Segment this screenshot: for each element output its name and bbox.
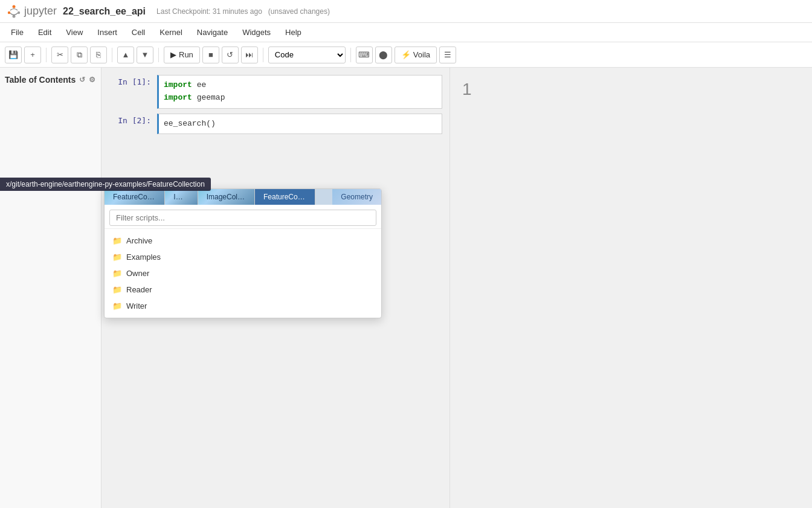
cut-button[interactable]: ✂ bbox=[51, 47, 68, 63]
toc-settings-icon[interactable]: ⚙ bbox=[89, 76, 95, 84]
checkpoint-info: Last Checkpoint: 31 minutes ago (unsaved… bbox=[156, 7, 330, 16]
cell-1-prompt: In [1]: bbox=[109, 75, 157, 109]
circle-button[interactable]: ⬤ bbox=[375, 47, 392, 63]
keyword-import-1: import bbox=[164, 80, 192, 89]
run-label: Run bbox=[179, 50, 193, 59]
item-label-examples: Examples bbox=[126, 252, 161, 262]
script-tab-empty[interactable] bbox=[315, 189, 332, 205]
paste-button[interactable]: ⎘ bbox=[90, 47, 107, 63]
script-tab-geometry[interactable]: Geometry bbox=[332, 189, 381, 205]
folder-icon-reader: 📁 bbox=[113, 286, 121, 294]
list-item-writer[interactable]: 📁 Writer bbox=[105, 298, 381, 314]
run-icon: ▶ bbox=[170, 50, 176, 59]
voila-icon: ⚡ bbox=[401, 50, 411, 59]
copy-button[interactable]: ⧉ bbox=[71, 47, 88, 63]
menu-bar: File Edit View Insert Cell Kernel Naviga… bbox=[0, 23, 812, 42]
item-label-owner: Owner bbox=[126, 269, 149, 278]
script-tabs: FeatureCollection Image ImageCollection … bbox=[105, 189, 381, 205]
item-label-writer: Writer bbox=[126, 301, 147, 310]
cell-2-prompt: In [2]: bbox=[109, 114, 157, 135]
script-browser: FeatureCollection Image ImageCollection … bbox=[104, 188, 382, 318]
top-bar: jupyter 22_search_ee_api Last Checkpoint… bbox=[0, 0, 812, 23]
item-label-reader: Reader bbox=[126, 285, 152, 294]
jupyter-wordmark: jupyter bbox=[24, 5, 57, 18]
cell-2-content[interactable]: ee_search() bbox=[157, 114, 442, 135]
folder-icon-archive: 📁 bbox=[113, 237, 121, 245]
keyboard-shortcut-button[interactable]: ⌨ bbox=[356, 47, 373, 63]
right-panel-number: 1 bbox=[450, 68, 812, 111]
main-layout: Table of Contents ↺ ⚙ In [1]: import ee … bbox=[0, 68, 812, 508]
toolbar-separator-3 bbox=[158, 48, 159, 62]
toolbar-separator-5 bbox=[350, 48, 351, 62]
svg-point-1 bbox=[13, 14, 16, 18]
menu-file[interactable]: File bbox=[5, 25, 30, 39]
cell-type-select[interactable]: Code Markdown Raw NBConvert Heading bbox=[268, 47, 346, 63]
svg-point-3 bbox=[18, 11, 20, 13]
svg-point-2 bbox=[8, 11, 10, 13]
script-list: 📁 Archive 📁 Examples 📁 Owner 📁 Reader 📁 … bbox=[105, 229, 381, 318]
save-button[interactable]: 💾 bbox=[5, 47, 22, 63]
run-button[interactable]: ▶ Run bbox=[164, 47, 200, 63]
list-item-archive[interactable]: 📁 Archive bbox=[105, 233, 381, 249]
sidebar-resize-handle[interactable] bbox=[97, 68, 100, 508]
restart-button[interactable]: ↺ bbox=[222, 47, 239, 63]
list-item-owner[interactable]: 📁 Owner bbox=[105, 265, 381, 281]
svg-point-0 bbox=[13, 5, 16, 8]
script-tab-featurecollection-1[interactable]: FeatureCollection bbox=[105, 189, 165, 205]
keyword-import-2: import bbox=[164, 93, 192, 102]
script-tab-featurecollection-2[interactable]: FeatureCollection bbox=[255, 189, 315, 205]
sidebar: Table of Contents ↺ ⚙ bbox=[0, 68, 102, 508]
script-tab-image[interactable]: Image bbox=[165, 189, 198, 205]
cell-2: In [2]: ee_search() bbox=[102, 114, 450, 135]
right-panel: 1 bbox=[450, 68, 812, 508]
notebook-name[interactable]: 22_search_ee_api bbox=[63, 6, 146, 17]
move-up-button[interactable]: ▲ bbox=[117, 47, 134, 63]
toolbar: 💾 + ✂ ⧉ ⎘ ▲ ▼ ▶ Run ■ ↺ ⏭ Code Markdown … bbox=[0, 42, 812, 68]
menu-help[interactable]: Help bbox=[279, 25, 308, 39]
filter-input[interactable] bbox=[109, 210, 376, 226]
move-down-button[interactable]: ▼ bbox=[137, 47, 153, 63]
menu-widgets[interactable]: Widgets bbox=[236, 25, 277, 39]
add-cell-button[interactable]: + bbox=[24, 47, 41, 63]
menu-navigate[interactable]: Navigate bbox=[191, 25, 234, 39]
cell-1-content[interactable]: import ee import geemap bbox=[157, 75, 442, 109]
voila-button[interactable]: ⚡ Voila bbox=[395, 47, 437, 63]
item-label-archive: Archive bbox=[126, 236, 152, 245]
menu-edit[interactable]: Edit bbox=[32, 25, 57, 39]
cell-1: In [1]: import ee import geemap bbox=[102, 75, 450, 109]
script-tab-imagecollection[interactable]: ImageCollection bbox=[198, 189, 255, 205]
toolbar-separator-2 bbox=[112, 48, 112, 62]
menu-insert[interactable]: Insert bbox=[91, 25, 123, 39]
folder-icon-examples: 📁 bbox=[113, 253, 121, 262]
voila-label: Voila bbox=[413, 50, 430, 59]
list-item-examples[interactable]: 📁 Examples bbox=[105, 249, 381, 265]
folder-icon-owner: 📁 bbox=[113, 269, 121, 278]
menu-view[interactable]: View bbox=[60, 25, 89, 39]
menu-icon-button[interactable]: ☰ bbox=[439, 47, 456, 63]
toc-refresh-icon[interactable]: ↺ bbox=[79, 76, 85, 84]
menu-cell[interactable]: Cell bbox=[126, 25, 151, 39]
list-item-reader[interactable]: 📁 Reader bbox=[105, 281, 381, 298]
toc-title: Table of Contents ↺ ⚙ bbox=[5, 75, 96, 85]
folder-icon-writer: 📁 bbox=[113, 302, 121, 310]
toolbar-separator-4 bbox=[263, 48, 263, 62]
jupyter-icon bbox=[7, 5, 21, 18]
jupyter-logo: jupyter bbox=[7, 5, 57, 18]
restart-run-button[interactable]: ⏭ bbox=[241, 47, 258, 63]
interrupt-button[interactable]: ■ bbox=[202, 47, 219, 63]
menu-kernel[interactable]: Kernel bbox=[153, 25, 188, 39]
toolbar-separator-1 bbox=[46, 48, 47, 62]
filter-container bbox=[105, 205, 381, 229]
